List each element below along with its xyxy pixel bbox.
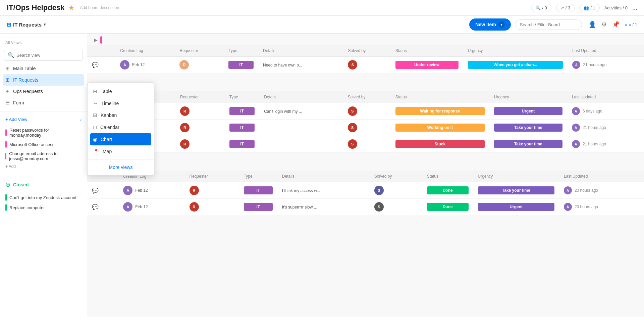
form-icon: ☰	[5, 100, 10, 106]
row-comment[interactable]: 💬	[87, 57, 115, 73]
group-section-closed: ▼ Closed Creation Log Requester Type Det…	[87, 159, 644, 215]
col-status: Status	[391, 45, 463, 57]
view-option-map[interactable]: 📍 Map	[88, 145, 154, 157]
sidebar-group-items: Reset passwords for monday.monday Micros…	[0, 125, 87, 172]
add-view-button[interactable]: + Add View ›	[0, 114, 87, 125]
search-count-btn[interactable]: 🔍 / 0	[531, 4, 551, 12]
new-item-button[interactable]: New Item ▾	[469, 18, 511, 31]
star-icon: ★	[68, 4, 74, 12]
col-status: Status	[422, 171, 473, 182]
avatar-solver: S	[348, 60, 357, 70]
avatar: S	[348, 123, 357, 132]
row-type: IT	[224, 57, 258, 73]
table-icon: ⊞	[5, 65, 10, 72]
urgency-badge: Urgent	[494, 107, 562, 115]
status-badge: Working on it	[395, 124, 485, 132]
comment-icon[interactable]: 💬	[92, 204, 99, 210]
table-icon-ops: ⊞	[5, 88, 10, 94]
activities-btn[interactable]: Activities / 0	[604, 5, 628, 10]
view-popup: ⊞ Table ↔ Timeline ⊟ Kanban ◻ Calendar ◉…	[87, 82, 154, 176]
board-content: ▶ Creation Log Requester Type Details So…	[87, 34, 644, 317]
app-title: IT/Ops Helpdesk	[7, 3, 64, 12]
urgency-badge: Urgent	[478, 203, 554, 211]
row-urgency: When you get a chan...	[463, 57, 568, 73]
more-views-button[interactable]: More views	[88, 162, 154, 173]
table-icon: ⊞	[93, 88, 97, 94]
sidebar-item-form[interactable]: ☰ Form	[0, 97, 87, 108]
add-item-button[interactable]: + Add	[5, 163, 82, 170]
comment-icon[interactable]: 💬	[92, 188, 99, 193]
avatar: A	[564, 186, 572, 194]
list-item[interactable]: Microsoft Office access	[5, 139, 82, 149]
sidebar-item-it-requests[interactable]: ⊞ IT Requests	[3, 74, 84, 86]
col-solved-by: Solved by	[370, 171, 422, 182]
group-table-1: Creation Log Requester Type Details Solv…	[87, 45, 644, 73]
header-right: 🔍 / 0 ↗ / 3 👥 / 1 Activities / 0 ...	[531, 4, 637, 12]
col-solved-by: Solved by	[343, 45, 390, 57]
list-item[interactable]: Reset passwords for monday.monday	[5, 126, 82, 139]
group-table-closed: Creation Log Requester Type Details Solv…	[87, 171, 644, 215]
group-section-1: ▶ Creation Log Requester Type Details So…	[87, 34, 644, 73]
people-count-btn[interactable]: 👥 / 1	[579, 4, 599, 12]
chart-icon: ◉	[93, 136, 97, 142]
settings-icon[interactable]: ⚙	[601, 21, 607, 28]
sidebar-search-input[interactable]	[16, 53, 79, 58]
avatar: A	[123, 202, 132, 212]
filter-badge[interactable]: ≡ ≡ / 1	[625, 22, 637, 27]
new-item-dropdown-icon: ▾	[498, 21, 505, 28]
row-solved-by: S	[343, 57, 390, 73]
board-subtitle[interactable]: Add board description	[80, 5, 119, 10]
table-row: 💬 A Feb 12 R IT	[87, 57, 644, 73]
view-option-chart[interactable]: ◉ Chart	[90, 133, 151, 145]
status-badge: Waiting for response	[395, 107, 485, 115]
row-details: Need to have own p...	[258, 57, 343, 73]
col-solved-by: Solved by	[343, 91, 391, 103]
sidebar-search[interactable]: 🔍	[4, 50, 83, 61]
person-icon[interactable]: 👤	[589, 21, 596, 28]
list-item[interactable]: Replace computer	[5, 202, 82, 213]
view-option-table[interactable]: ⊞ Table	[88, 85, 154, 97]
closed-icon: ⊕	[5, 181, 10, 188]
view-option-calendar[interactable]: ◻ Calendar	[88, 121, 154, 133]
urgency-badge: Take your time	[478, 186, 554, 194]
col-requester: Requester	[175, 91, 225, 103]
avatar: R	[190, 202, 199, 212]
closed-label: Closed	[13, 182, 29, 187]
group-header-closed: ▼ Closed	[87, 159, 644, 171]
sidebar-item-ops-requests[interactable]: ⊞ Ops Requests	[0, 86, 87, 97]
avatar: A	[564, 203, 572, 211]
popup-divider	[88, 159, 154, 160]
kanban-icon: ⊟	[93, 112, 97, 118]
col-urgency: Urgency	[489, 91, 567, 103]
table-row: 💬 AFeb 12 R IT Can't login with my ... S…	[87, 103, 644, 120]
group-color-bar-pink	[100, 36, 102, 44]
share-count-btn[interactable]: ↗ / 3	[556, 4, 575, 12]
share-icon: ↗	[560, 5, 564, 10]
group-header-1: ▶	[87, 34, 644, 45]
avatar: A	[572, 107, 580, 115]
col-last-updated: Last Updated	[567, 91, 644, 103]
sidebar-item-main-table[interactable]: ⊞ Main Table	[0, 63, 87, 74]
list-item[interactable]: Can't get into my Zendesk account!	[5, 192, 82, 202]
board-name-selector[interactable]: ⊞ IT Requests ▾	[7, 21, 46, 28]
col-requester: Requester	[185, 171, 239, 182]
search-filter-input[interactable]	[515, 19, 582, 30]
col-details: Details	[259, 91, 343, 103]
col-type: Type	[225, 91, 259, 103]
pin-icon[interactable]: 📌	[612, 21, 620, 28]
view-option-kanban[interactable]: ⊟ Kanban	[88, 109, 154, 121]
closed-group-indicator: ⊕ Closed	[0, 178, 87, 191]
avatar: R	[190, 186, 199, 195]
people-icon: 👥	[584, 5, 589, 10]
map-icon: 📍	[93, 148, 99, 154]
avatar: S	[348, 139, 357, 149]
collapse-icon[interactable]: ▶	[94, 37, 98, 43]
filter-icon: ≡	[625, 22, 628, 27]
app-header: IT/Ops Helpdesk ★ Add board description …	[0, 0, 644, 16]
table-header-row: Creation Log Requester Type Details Solv…	[87, 45, 644, 57]
view-option-timeline[interactable]: ↔ Timeline	[88, 97, 154, 109]
list-item[interactable]: Change email address to jessc@monday.com	[5, 149, 82, 163]
comment-icon[interactable]: 💬	[92, 62, 99, 68]
dot-indicator-green	[5, 204, 7, 211]
more-menu-btn[interactable]: ...	[632, 4, 637, 11]
